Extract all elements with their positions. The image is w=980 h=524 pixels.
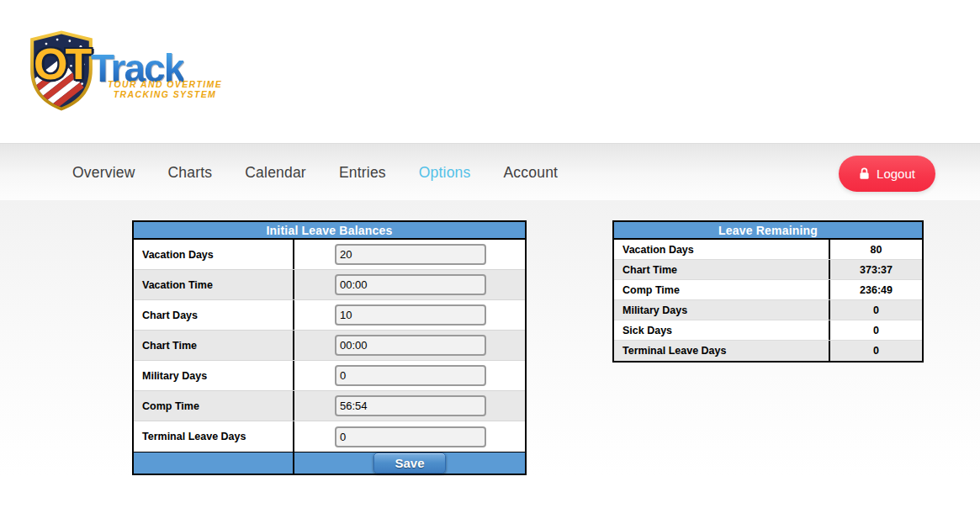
initial-leave-balances-title: Initial Leave Balances: [134, 222, 525, 240]
page-header: OT Track TOUR AND OVERTIME TRACKING SYST…: [0, 0, 980, 143]
balance-row-label: Comp Time: [134, 391, 294, 421]
initial-leave-balances-table: Initial Leave Balances Vacation Days Vac…: [132, 220, 527, 475]
remaining-row: Chart Time 373:37: [614, 260, 922, 280]
remaining-row-label: Terminal Leave Days: [614, 341, 830, 361]
balance-row-label: Chart Time: [134, 331, 294, 360]
balance-input[interactable]: [335, 244, 486, 265]
remaining-row: Vacation Days 80: [614, 240, 922, 260]
balance-input[interactable]: [335, 426, 486, 447]
balance-row: Vacation Days: [134, 240, 525, 270]
balances-footer-right-cell: Save: [294, 453, 525, 474]
remaining-row-label: Chart Time: [614, 260, 830, 279]
logo[interactable]: OT Track TOUR AND OVERTIME TRACKING SYST…: [25, 24, 236, 118]
balance-row-label: Vacation Time: [134, 270, 294, 299]
remaining-row-label: Sick Days: [614, 320, 830, 340]
remaining-row: Terminal Leave Days 0: [614, 341, 922, 361]
nav-bar: Overview Charts Calendar Entries Options…: [0, 143, 980, 200]
nav-item[interactable]: Overview: [72, 164, 135, 182]
initial-leave-balances-body: Vacation Days Vacation Time Chart Days: [134, 240, 525, 452]
remaining-row: Sick Days 0: [614, 320, 922, 341]
balance-row-label: Terminal Leave Days: [134, 421, 294, 452]
balance-row-label: Military Days: [134, 361, 294, 390]
logo-tagline-line1: TOUR AND OVERTIME: [93, 79, 237, 89]
logout-button[interactable]: Logout: [839, 156, 935, 192]
nav-item[interactable]: Account: [504, 164, 559, 182]
balance-row-value-cell: [294, 240, 525, 269]
logout-label: Logout: [877, 167, 915, 181]
balance-row-value-cell: [294, 391, 525, 421]
nav-item[interactable]: Entries: [339, 164, 386, 182]
balance-row: Chart Days: [134, 300, 525, 331]
remaining-row-value: 373:37: [830, 264, 922, 276]
leave-remaining-body: Vacation Days 80 Chart Time 373:37 Comp …: [614, 240, 922, 361]
balance-row-value-cell: [294, 361, 525, 390]
balance-input[interactable]: [335, 304, 486, 326]
save-button[interactable]: Save: [373, 453, 446, 474]
remaining-row-value: 80: [830, 244, 922, 256]
remaining-row-value: 0: [830, 325, 922, 336]
remaining-row-value: 0: [830, 304, 922, 316]
balance-row-label: Chart Days: [134, 300, 294, 330]
balance-input[interactable]: [335, 365, 486, 386]
balance-row: Comp Time: [134, 391, 525, 421]
remaining-row: Military Days 0: [614, 300, 922, 320]
balance-input[interactable]: [335, 395, 486, 416]
remaining-row: Comp Time 236:49: [614, 280, 922, 300]
balance-row-value-cell: [294, 300, 525, 330]
remaining-row-value: 236:49: [830, 284, 922, 296]
balance-input[interactable]: [335, 335, 486, 356]
nav-item[interactable]: Calendar: [245, 164, 306, 182]
remaining-row-label: Military Days: [614, 300, 830, 320]
nav-item[interactable]: Charts: [168, 164, 213, 182]
leave-remaining-title: Leave Remaining: [614, 222, 922, 240]
nav-items: Overview Charts Calendar Entries Options…: [72, 144, 558, 201]
balances-footer-left-cell: [134, 453, 294, 474]
nav-item[interactable]: Options: [419, 164, 471, 182]
balance-row-value-cell: [294, 331, 525, 360]
balance-row: Vacation Time: [134, 270, 525, 300]
balance-row: Chart Time: [134, 331, 525, 361]
logo-text-ot: OT: [34, 39, 89, 89]
balance-row: Terminal Leave Days: [134, 421, 525, 452]
balance-input[interactable]: [335, 274, 486, 295]
logo-tagline-line2: TRACKING SYSTEM: [93, 89, 237, 99]
balance-row: Military Days: [134, 361, 525, 391]
balance-row-value-cell: [294, 270, 525, 299]
balance-row-label: Vacation Days: [134, 240, 294, 269]
lock-icon: [859, 167, 870, 180]
remaining-row-label: Comp Time: [614, 280, 830, 299]
balance-row-value-cell: [294, 421, 525, 452]
logo-tagline: TOUR AND OVERTIME TRACKING SYSTEM: [93, 79, 237, 99]
remaining-row-label: Vacation Days: [614, 240, 830, 259]
content-area: Initial Leave Balances Vacation Days Vac…: [0, 200, 980, 524]
balances-footer: Save: [134, 452, 525, 474]
remaining-row-value: 0: [830, 345, 922, 357]
leave-remaining-table: Leave Remaining Vacation Days 80 Chart T…: [612, 220, 924, 363]
